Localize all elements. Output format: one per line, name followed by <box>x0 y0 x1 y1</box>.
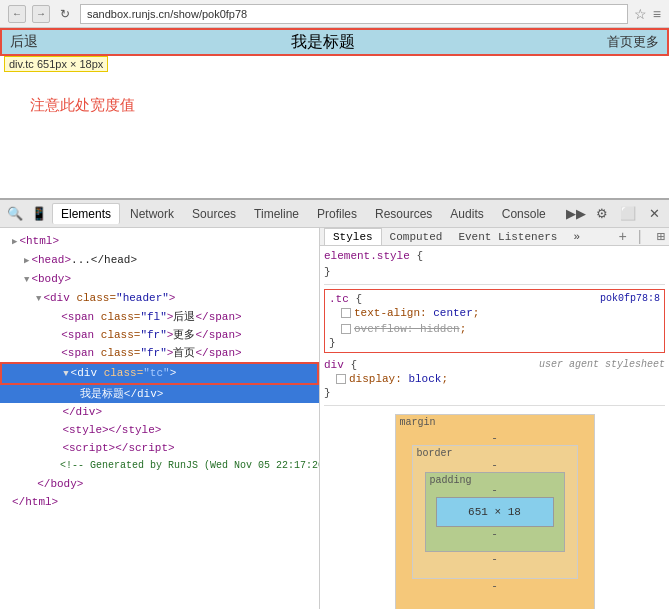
devtools-expand-icon[interactable]: ▶▶ <box>565 203 587 225</box>
dom-line: </body> <box>0 475 319 493</box>
triangle-icon[interactable]: ▼ <box>63 366 68 382</box>
bookmark-icon[interactable]: ☆ <box>634 6 647 22</box>
tab-console[interactable]: Console <box>494 204 554 224</box>
box-margin-top: - <box>412 431 578 445</box>
dom-line: </div> <box>0 403 319 421</box>
dom-panel: ▶<html> ▶<head>...</head> ▼<body> ▼<div … <box>0 228 320 609</box>
box-margin: margin - border - padding - 651 × 18 - <box>395 414 595 609</box>
prop-checkbox[interactable] <box>341 324 351 334</box>
header-right: 首页更多 <box>607 33 659 51</box>
rule-close-tc: } <box>329 337 660 349</box>
note-text: 注意此处宽度值 <box>30 96 669 115</box>
prop-checkbox[interactable] <box>341 308 351 318</box>
box-border: border - padding - 651 × 18 - - <box>412 445 578 579</box>
style-rule-element: element.style { } <box>324 250 665 278</box>
box-border-bottom: - <box>425 552 565 566</box>
style-rule-div: div { user agent stylesheet display: blo… <box>324 359 665 399</box>
dom-line-selected-content: 我是标题</div> <box>0 385 319 403</box>
rule-prop-overflow: overflow: hidden; <box>329 321 660 337</box>
browser-toolbar: ← → ↻ ☆ ≡ <box>0 0 669 28</box>
tab-profiles[interactable]: Profiles <box>309 204 365 224</box>
dom-line: <span class="fl">后退</span> <box>0 308 319 326</box>
devtools-toolbar: 🔍 📱 Elements Network Sources Timeline Pr… <box>0 200 669 228</box>
address-bar[interactable] <box>80 4 628 24</box>
dom-line: <span class="fr">首页</span> <box>0 344 319 362</box>
tab-network[interactable]: Network <box>122 204 182 224</box>
rule-prop-textalign: text-align: center; <box>329 305 660 321</box>
rule-close-div: } <box>324 387 665 399</box>
tab-computed[interactable]: Computed <box>382 229 451 245</box>
tab-event-listeners[interactable]: Event Listeners <box>450 229 565 245</box>
menu-icon[interactable]: ≡ <box>653 6 661 22</box>
dom-line: <span class="fr">更多</span> <box>0 326 319 344</box>
triangle-icon[interactable]: ▶ <box>12 234 17 250</box>
box-model: margin - border - padding - 651 × 18 - <box>395 414 595 609</box>
header-bar: 后退 我是标题 首页更多 <box>0 28 669 56</box>
refresh-button[interactable]: ↻ <box>56 5 74 23</box>
dom-line: <style></style> <box>0 421 319 439</box>
dom-line: ▶<html> <box>0 232 319 251</box>
box-margin-bottom: - <box>412 579 578 593</box>
devtools-main: ▶<html> ▶<head>...</head> ▼<body> ▼<div … <box>0 228 669 609</box>
back-button[interactable]: ← <box>8 5 26 23</box>
dom-line-selected[interactable]: ▼<div class="tc"> <box>0 362 319 385</box>
tab-elements[interactable]: Elements <box>52 203 120 224</box>
devtools-toolbar-right: ▶▶ ⚙ ⬜ ✕ <box>565 203 665 225</box>
box-padding-label: padding <box>430 475 472 486</box>
user-agent-label: user agent stylesheet <box>539 359 665 370</box>
tooltip-box: div.tc 651px × 18px <box>4 56 108 72</box>
prop-checkbox[interactable] <box>336 374 346 384</box>
devtools-inspect-icon[interactable]: 🔍 <box>4 203 26 225</box>
dom-line: ▼<body> <box>0 270 319 289</box>
dom-line: </html> <box>0 493 319 511</box>
box-border-top: - <box>425 458 565 472</box>
styles-add-icon[interactable]: + <box>619 229 627 245</box>
devtools-panel: 🔍 📱 Elements Network Sources Timeline Pr… <box>0 198 669 609</box>
header-title: 我是标题 <box>291 32 355 53</box>
triangle-icon[interactable]: ▼ <box>36 291 41 307</box>
devtools-mobile-icon[interactable]: 📱 <box>28 203 50 225</box>
tab-audits[interactable]: Audits <box>442 204 491 224</box>
tab-sources[interactable]: Sources <box>184 204 244 224</box>
devtools-settings-icon[interactable]: ⚙ <box>591 203 613 225</box>
header-left: 后退 <box>10 33 38 51</box>
dom-line: ▼<div class="header"> <box>0 289 319 308</box>
dom-line-comment: <!-- Generated by RunJS (Wed Nov 05 22:1… <box>0 457 319 475</box>
box-content: 651 × 18 <box>436 497 554 527</box>
rule-selector-div: div { user agent stylesheet <box>324 359 665 371</box>
page-content: 后退 我是标题 首页更多 div.tc 651px × 18px 注意此处宽度值 <box>0 28 669 198</box>
styles-refresh-icon[interactable]: ⊞ <box>657 229 665 245</box>
tab-more[interactable]: » <box>565 229 588 245</box>
tab-styles[interactable]: Styles <box>324 228 382 245</box>
triangle-icon[interactable]: ▼ <box>24 272 29 288</box>
divider <box>324 405 665 406</box>
devtools-close-icon[interactable]: ✕ <box>643 203 665 225</box>
rule-close: } <box>324 266 665 278</box>
rule-prop-display: display: block; <box>324 371 665 387</box>
styles-actions: + | ⊞ <box>615 228 665 245</box>
tab-resources[interactable]: Resources <box>367 204 440 224</box>
box-padding-bottom: - <box>436 527 554 541</box>
dom-line: <script></script> <box>0 439 319 457</box>
styles-sep: | <box>636 229 644 245</box>
styles-panel: Styles Computed Event Listeners » + | ⊞ … <box>320 228 669 609</box>
forward-button[interactable]: → <box>32 5 50 23</box>
divider <box>324 284 665 285</box>
triangle-icon[interactable]: ▶ <box>24 253 29 269</box>
rule-source-link[interactable]: pok0fp78:8 <box>600 293 660 304</box>
box-border-label: border <box>417 448 453 459</box>
rule-selector-tc: .tc { pok0fp78:8 <box>329 293 660 305</box>
styles-tabs: Styles Computed Event Listeners » + | ⊞ <box>320 228 669 246</box>
box-padding: padding - 651 × 18 - <box>425 472 565 552</box>
rule-selector: element.style { <box>324 250 665 262</box>
style-rule-tc: .tc { pok0fp78:8 text-align: center; ove… <box>324 289 665 353</box>
box-margin-label: margin <box>400 417 436 428</box>
tab-timeline[interactable]: Timeline <box>246 204 307 224</box>
styles-body: element.style { } .tc { pok0fp78:8 text-… <box>320 246 669 609</box>
devtools-dock-icon[interactable]: ⬜ <box>617 203 639 225</box>
dom-line: ▶<head>...</head> <box>0 251 319 270</box>
